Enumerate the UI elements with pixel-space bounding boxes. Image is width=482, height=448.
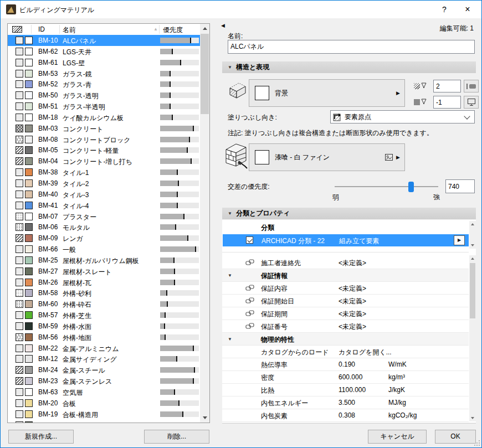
material-row[interactable]: BM-39 タイル-2 bbox=[8, 178, 201, 189]
property-row[interactable]: 内包炭素 0.308 kgCO₂/kg bbox=[222, 409, 469, 422]
material-row[interactable]: BM-50 ガラス-透明 bbox=[8, 90, 201, 101]
property-row[interactable]: 熱伝導率 0.190 W/mK bbox=[222, 358, 469, 371]
material-row[interactable]: BM-03 コンクリート bbox=[8, 123, 201, 134]
material-row[interactable]: BM-27 屋根材-スレート bbox=[8, 266, 201, 277]
priority-value-input[interactable] bbox=[445, 179, 475, 193]
help-button[interactable]: ? bbox=[434, 1, 455, 18]
material-row[interactable]: BM-26 屋根材-瓦 bbox=[8, 277, 201, 288]
scroll-up-icon[interactable] bbox=[469, 221, 476, 228]
fill-background-pen-input[interactable] bbox=[433, 96, 461, 109]
section-structure-and-representation[interactable]: ▼ 構造と表現 bbox=[222, 61, 476, 73]
material-row[interactable]: BM-59 外構-水面 bbox=[8, 321, 201, 332]
ok-button[interactable]: OK bbox=[435, 430, 476, 444]
name-input[interactable] bbox=[228, 40, 475, 54]
title-bar[interactable]: ビルディングマテリアル ? × bbox=[1, 1, 481, 18]
cancel-button[interactable]: キャンセル bbox=[368, 430, 427, 444]
priority-slider-track[interactable] bbox=[335, 186, 438, 187]
property-row[interactable]: 施工者連絡先 <未定義> bbox=[222, 256, 469, 269]
material-row[interactable]: BM-40 タイル-3 bbox=[8, 189, 201, 200]
material-row[interactable]: BM-66 一般 bbox=[8, 244, 201, 255]
property-value[interactable]: <未定義> bbox=[339, 322, 366, 332]
fill-pen-input[interactable] bbox=[433, 80, 461, 92]
classification-row[interactable]: ARCHICAD 分類 - 22 組み立て要素 ▶ bbox=[223, 234, 469, 246]
pen-color-button[interactable] bbox=[464, 80, 479, 92]
material-row[interactable]: BM-52 ガラス-青 bbox=[8, 79, 201, 90]
material-row[interactable]: BM-62 LGS-天井 bbox=[8, 46, 201, 57]
property-value[interactable]: 0.190 bbox=[339, 361, 355, 368]
list-scrollbar[interactable] bbox=[200, 24, 209, 423]
material-row[interactable]: BM-60 外構-砕石 bbox=[8, 298, 201, 310]
material-row[interactable]: BM-51 ガラス-半透明 bbox=[8, 101, 201, 112]
close-button[interactable]: × bbox=[457, 1, 478, 18]
material-row[interactable]: BM-20 合板 bbox=[8, 398, 201, 409]
scroll-down-icon[interactable] bbox=[469, 415, 476, 421]
column-header-priority[interactable]: 優先度 bbox=[163, 25, 183, 35]
classification-expand-button[interactable]: ▶ bbox=[454, 235, 465, 245]
property-value[interactable]: <未定義> bbox=[339, 284, 366, 293]
new-button[interactable]: 新規作成... bbox=[8, 430, 74, 444]
classification-checkbox[interactable] bbox=[246, 236, 253, 244]
surface-chooser-button[interactable]: 漆喰 - 白 ファイン ▶ bbox=[249, 143, 405, 171]
property-value[interactable]: 1100.000 bbox=[339, 386, 366, 394]
property-row[interactable]: 保証番号 <未定義> bbox=[222, 320, 469, 333]
column-header-name[interactable]: 名前 bbox=[63, 25, 76, 35]
scroll-up-icon[interactable] bbox=[200, 24, 209, 33]
material-row[interactable]: BM-06 モルタル bbox=[8, 222, 201, 233]
scrollbar-thumb[interactable] bbox=[201, 34, 209, 114]
property-value[interactable]: <未定義> bbox=[339, 310, 366, 319]
property-row[interactable]: 密度 600.000 kg/m³ bbox=[222, 371, 469, 384]
material-row[interactable]: BM-05 コンクリート-軽量 bbox=[8, 145, 201, 156]
material-row[interactable]: BM-08 コンクリートブロック bbox=[8, 134, 201, 145]
delete-button[interactable]: 削除... bbox=[144, 430, 209, 444]
column-header-id[interactable]: ID bbox=[38, 25, 45, 33]
property-row[interactable]: 保証開始日 <未定義> bbox=[222, 295, 469, 307]
material-row[interactable]: BM-24 金属-スチール bbox=[8, 364, 201, 375]
cut-fill-chooser-button[interactable]: 背景 ▶ bbox=[249, 79, 405, 107]
material-row[interactable]: BM-33 床材-タイルカーペット bbox=[8, 420, 201, 423]
scroll-down-icon[interactable] bbox=[200, 413, 209, 423]
material-row[interactable]: BM-12 金属サイディング bbox=[8, 353, 201, 364]
priority-slider-handle[interactable] bbox=[408, 182, 414, 192]
property-value[interactable]: カタログを開く... bbox=[339, 348, 392, 357]
properties-scrollbar[interactable] bbox=[469, 255, 476, 421]
property-group-row[interactable]: ▼ 保証情報 bbox=[222, 269, 469, 282]
scrollbar-thumb[interactable] bbox=[470, 263, 475, 318]
property-row[interactable]: カタログからのロード カタログを開く... bbox=[222, 346, 469, 358]
property-value[interactable]: <未定義> bbox=[339, 259, 366, 268]
property-value[interactable]: <未定義> bbox=[339, 297, 366, 306]
property-row[interactable]: 比熱 1100.000 J/kgK bbox=[222, 384, 469, 396]
resize-grip[interactable] bbox=[474, 440, 480, 446]
section-classification-and-properties[interactable]: ▼ 分類とプロパティ bbox=[222, 208, 476, 219]
collapse-panel-icon[interactable]: ◀ bbox=[221, 23, 225, 28]
property-value[interactable]: 600.000 bbox=[339, 373, 362, 381]
property-value[interactable]: 0.308 bbox=[339, 411, 355, 419]
material-row[interactable]: BM-56 外構-地面 bbox=[8, 332, 201, 343]
material-row[interactable]: BM-58 外構-砂利 bbox=[8, 287, 201, 298]
fill-orientation-select[interactable]: 要素原点 bbox=[330, 110, 475, 123]
classification-scrollbar[interactable] bbox=[469, 221, 476, 249]
material-row[interactable]: BM-10 ALCパネル bbox=[8, 35, 201, 46]
material-row[interactable]: BM-18 ケイ酸カルシウム板 bbox=[8, 112, 201, 123]
property-row[interactable]: 保証期間 <未定義> bbox=[222, 307, 469, 320]
material-row[interactable]: BM-25 屋根材-ガルバリウム鋼板 bbox=[8, 255, 201, 266]
material-row[interactable]: BM-53 ガラス-鏡 bbox=[8, 68, 201, 79]
scroll-up-icon[interactable] bbox=[469, 255, 476, 262]
material-row[interactable]: BM-23 金属-ステンレス bbox=[8, 375, 201, 387]
material-row[interactable]: BM-38 タイル-1 bbox=[8, 167, 201, 178]
property-group-row[interactable]: ▼ 物理的特性 bbox=[222, 333, 469, 346]
material-row[interactable]: BM-09 レンガ bbox=[8, 233, 201, 244]
background-display-button[interactable] bbox=[464, 96, 479, 109]
material-row[interactable]: BM-19 合板-構造用 bbox=[8, 409, 201, 420]
material-row[interactable]: BM-22 金属-アルミニウム bbox=[8, 343, 201, 354]
material-row[interactable]: BM-07 プラスター bbox=[8, 211, 201, 222]
list-header[interactable]: ID 名前 ▲ 優先度 bbox=[8, 24, 199, 35]
scroll-down-icon[interactable] bbox=[469, 242, 476, 249]
material-row[interactable]: BM-63 空気層 bbox=[8, 387, 201, 398]
material-row[interactable]: BM-41 タイル-4 bbox=[8, 200, 201, 211]
material-row[interactable]: BM-04 コンクリート-増し打ち bbox=[8, 156, 201, 167]
material-row[interactable]: BM-61 LGS-壁 bbox=[8, 57, 201, 68]
property-row[interactable]: 内包エネルギー 3.500 MJ/kg bbox=[222, 396, 469, 409]
property-value[interactable]: 3.500 bbox=[339, 399, 355, 406]
material-row[interactable]: BM-57 外構-芝生 bbox=[8, 310, 201, 321]
property-row[interactable]: 保証内容 <未定義> bbox=[222, 282, 469, 295]
